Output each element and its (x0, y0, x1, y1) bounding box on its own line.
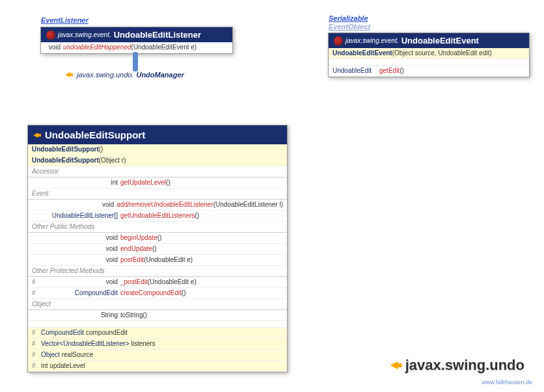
listener-package: javax.swing.event. (58, 31, 111, 38)
arrow-icon (65, 70, 74, 79)
event-stereotype1: Serializable (329, 14, 368, 22)
support-tostr-row: String toString () (28, 310, 287, 321)
support-f1-row: # CompoundEdit compoundEdit (28, 328, 287, 339)
support-gul-params: () (166, 178, 170, 187)
event-getter-name: getEdit (379, 66, 400, 75)
undomanager-name: UndoManager (136, 71, 184, 79)
protected-marker: # (32, 328, 41, 337)
support-gul-ret: int (32, 178, 120, 187)
support-spacer (28, 321, 287, 328)
undomanager-package: javax.swing.undo. (77, 71, 133, 79)
support-tostr-name: toString (120, 311, 143, 320)
support-ppost-row: # void _postEdit (UndoableEdit e) (28, 277, 287, 288)
support-tostr-params: () (143, 311, 147, 320)
support-ctor1-name: UndoableEditSupport (32, 145, 99, 154)
package-label-text: javax.swing.undo (405, 357, 524, 374)
support-cce-ret: CompoundEdit (41, 289, 120, 298)
support-cce-name: createCompoundEdit (120, 289, 182, 298)
support-f1-type: CompoundEdit (41, 328, 84, 337)
support-f2-row: # Vector<UndoableEditListener> listeners (28, 339, 287, 350)
listener-header: javax.swing.event. UndoableEditListener (41, 27, 232, 42)
arrow-icon (390, 359, 403, 372)
support-ctor2-row: UndoableEditSupport (Object r) (28, 155, 287, 166)
undomanager-link: javax.swing.undo. UndoManager (65, 70, 184, 79)
support-addrem-name: add/removeUndoableEditListener (116, 200, 213, 209)
credit-text: www.falkhausen.de (482, 379, 532, 385)
support-addrem-row: void add/removeUndoableEditListener (Und… (28, 200, 287, 211)
support-post-name: postEdit (120, 255, 144, 265)
event-ctor-row: UndoableEditEvent (Object source, Undoab… (329, 48, 529, 59)
support-tostr-ret: String (32, 311, 120, 320)
support-f3-type: Object (41, 350, 60, 359)
support-end-ret: void (32, 244, 120, 254)
protected-marker: # (32, 289, 41, 298)
support-name: UndoableEditSupport (45, 129, 145, 140)
event-box: javax.swing.event. UndoableEditEvent Und… (328, 33, 530, 77)
support-gul-name: getUpdateLevel (120, 178, 166, 187)
protected-marker: # (32, 278, 41, 287)
support-post-ret: void (32, 255, 120, 265)
support-ctor2-params: (Object r) (99, 156, 126, 165)
support-f4-name: updateLevel (49, 361, 85, 371)
support-begin-ret: void (32, 233, 120, 242)
support-post-row: void postEdit (UndoableEdit e) (28, 255, 287, 266)
event-ctor-params: (Object source, UndoableEdit edit) (392, 49, 492, 58)
support-sect-obj: Object (28, 299, 287, 310)
support-ctor1-params: () (99, 145, 103, 154)
support-f4-type: int (41, 361, 48, 371)
support-f2-type: Vector<UndoableEditListener> (41, 339, 129, 348)
event-ctor-name: UndoableEditEvent (333, 49, 392, 58)
support-header: UndoableEditSupport (28, 125, 287, 144)
support-addrem-params: (UndoableEditListener l) (213, 200, 283, 209)
support-sect-event: Event (28, 189, 287, 200)
protected-marker: # (32, 361, 41, 371)
event-spacer (329, 59, 529, 66)
protected-marker: # (32, 339, 41, 348)
event-getter-params: () (400, 66, 404, 75)
connector-line (133, 52, 138, 72)
listener-method-name: undoableEditHappened (63, 43, 131, 52)
support-begin-row: void beginUpdate () (28, 233, 287, 244)
support-end-params: () (152, 244, 157, 254)
event-getter-ret: UndoableEdit (333, 66, 379, 75)
support-sect-prot: Other Protected Methods (28, 266, 287, 277)
support-post-params: (UndoableEdit e) (144, 255, 193, 265)
support-ctor2-name: UndoableEditSupport (32, 156, 99, 165)
support-f3-row: # Object realSource (28, 350, 287, 361)
listener-box: javax.swing.event. UndoableEditListener … (40, 27, 233, 54)
support-begin-params: () (157, 233, 162, 242)
event-getter-row: UndoableEdit getEdit () (329, 66, 529, 77)
support-gul-row: int getUpdateLevel () (28, 177, 287, 189)
support-ppost-ret: void (41, 278, 120, 287)
protected-marker: # (32, 350, 41, 359)
listener-stereotype: EventListener (41, 16, 88, 24)
interface-icon (46, 31, 55, 40)
support-getlisteners-name: getUndoableEditListeners (120, 211, 195, 220)
support-end-row: void endUpdate () (28, 244, 287, 255)
class-icon (334, 36, 343, 46)
support-cce-params: () (182, 289, 186, 298)
listener-method-params: (UndoableEditEvent e) (131, 43, 197, 52)
support-getlisteners-params: () (195, 211, 200, 220)
support-box: UndoableEditSupport UndoableEditSupport … (27, 125, 288, 372)
support-getlisteners-row: UndoableEditListener[] getUndoableEditLi… (28, 211, 287, 222)
support-addrem-ret: void (32, 200, 116, 209)
support-f3-name: realSource (62, 350, 93, 359)
arrow-icon (33, 131, 42, 140)
support-f2-name: listeners (131, 339, 155, 348)
listener-method-ret: void (45, 43, 63, 52)
support-begin-name: beginUpdate (120, 233, 157, 242)
support-ppost-name: _postEdit (120, 278, 148, 287)
support-sect-accessor: Accessor (28, 166, 287, 177)
support-ppost-params: (UndoableEdit e) (148, 278, 197, 287)
package-label: javax.swing.undo (392, 357, 524, 374)
support-ctor1-row: UndoableEditSupport () (28, 144, 287, 155)
event-header: javax.swing.event. UndoableEditEvent (329, 33, 529, 48)
support-end-name: endUpdate (120, 244, 152, 254)
support-getlisteners-ret: UndoableEditListener[] (32, 211, 120, 220)
support-cce-row: # CompoundEdit createCompoundEdit () (28, 288, 287, 299)
support-f1-name: compoundEdit (86, 328, 128, 337)
event-package: javax.swing.event. (346, 37, 399, 44)
support-f4-row: # int updateLevel (28, 361, 287, 372)
event-stereotype2: EventObject (329, 23, 370, 31)
